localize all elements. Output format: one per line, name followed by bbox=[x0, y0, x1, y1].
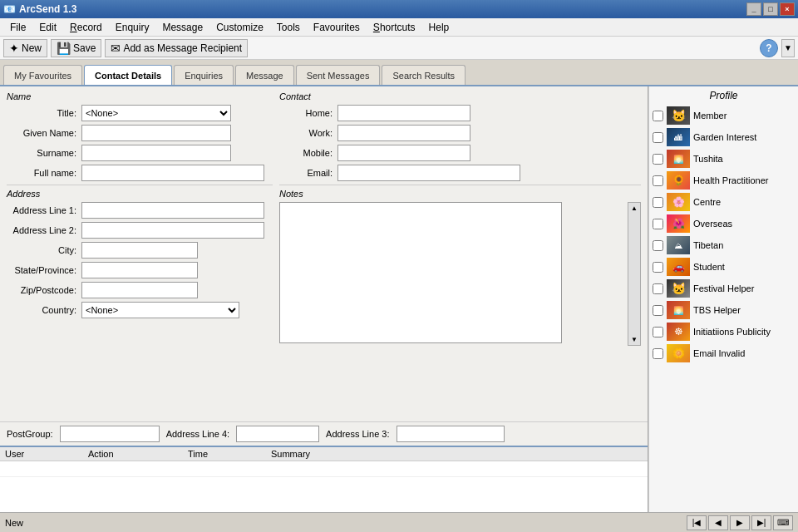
tab-sent-messages[interactable]: Sent Messages bbox=[296, 65, 381, 85]
new-button[interactable]: ✦ New bbox=[3, 39, 47, 57]
profile-checkbox-health[interactable] bbox=[653, 175, 663, 186]
status-text: New bbox=[5, 518, 23, 528]
surname-label: Surname: bbox=[7, 148, 81, 158]
menu-record[interactable]: Record bbox=[63, 20, 109, 35]
home-input[interactable] bbox=[337, 105, 470, 121]
given-name-group: Given Name: bbox=[7, 125, 273, 141]
given-name-input[interactable] bbox=[81, 125, 231, 141]
profile-checkbox-festival[interactable] bbox=[653, 283, 663, 294]
address4-input[interactable] bbox=[236, 426, 319, 442]
notes-scroll-down[interactable]: ▼ bbox=[629, 334, 639, 345]
title-select[interactable]: <None> Mr Mrs Ms Dr bbox=[81, 105, 231, 121]
left-panel: Name Title: <None> Mr Mrs Ms Dr Given Na… bbox=[0, 86, 648, 512]
menu-message[interactable]: Message bbox=[155, 20, 209, 35]
menu-tools[interactable]: Tools bbox=[270, 20, 307, 35]
menu-favourites[interactable]: Favourites bbox=[307, 20, 367, 35]
address4-label: Address Line 4: bbox=[166, 429, 229, 439]
zip-group: Zip/Postcode: bbox=[7, 282, 273, 298]
mobile-label: Mobile: bbox=[279, 148, 337, 158]
profile-checkbox-email-invalid[interactable] bbox=[653, 348, 663, 359]
nav-extra-button[interactable]: ⌨ bbox=[773, 515, 793, 530]
menu-file[interactable]: File bbox=[3, 20, 32, 35]
menu-edit[interactable]: Edit bbox=[32, 20, 63, 35]
profile-thumb-festival: 🐱 bbox=[667, 279, 690, 298]
profile-checkbox-member[interactable] bbox=[653, 111, 663, 121]
maximize-button[interactable]: □ bbox=[763, 2, 778, 16]
email-input[interactable] bbox=[337, 165, 520, 181]
surname-input[interactable] bbox=[81, 145, 231, 161]
notes-textarea[interactable] bbox=[279, 202, 562, 343]
mobile-input[interactable] bbox=[337, 145, 470, 161]
nav-next-button[interactable]: ▶ bbox=[730, 515, 750, 530]
profile-checkbox-student[interactable] bbox=[653, 262, 663, 273]
title-bar-controls[interactable]: _ □ × bbox=[746, 2, 795, 16]
country-select[interactable]: <None> Australia United States United Ki… bbox=[81, 302, 239, 318]
address1-input[interactable] bbox=[81, 202, 264, 219]
profile-checkbox-overseas[interactable] bbox=[653, 219, 663, 229]
save-icon: 💾 bbox=[57, 42, 71, 55]
save-button[interactable]: 💾 Save bbox=[51, 39, 101, 57]
col-user: User bbox=[0, 447, 83, 461]
close-button[interactable]: × bbox=[780, 2, 795, 16]
notes-scroll-up[interactable]: ▲ bbox=[629, 203, 639, 214]
add-recipient-button[interactable]: ✉ Add as Message Recipient bbox=[105, 39, 248, 57]
profile-label-tushita: Tushita bbox=[693, 154, 723, 164]
address2-input[interactable] bbox=[81, 222, 264, 239]
menu-customize[interactable]: Customize bbox=[209, 20, 270, 35]
profile-item-member: 🐱 Member bbox=[653, 106, 795, 125]
profile-item-student: 🚗 Student bbox=[653, 258, 795, 276]
full-name-input[interactable] bbox=[81, 165, 264, 181]
menu-enquiry[interactable]: Enquiry bbox=[109, 20, 156, 35]
app-title: ArcSend 1.3 bbox=[19, 3, 76, 15]
full-name-group: Full name: bbox=[7, 165, 273, 181]
title-group: Title: <None> Mr Mrs Ms Dr bbox=[7, 105, 273, 121]
work-input[interactable] bbox=[337, 125, 470, 141]
country-group: Country: <None> Australia United States … bbox=[7, 302, 273, 318]
tab-enquiries[interactable]: Enquiries bbox=[174, 65, 234, 85]
tab-search-results[interactable]: Search Results bbox=[382, 65, 466, 85]
full-name-label: Full name: bbox=[7, 168, 81, 178]
profile-item-tushita: 🌅 Tushita bbox=[653, 150, 795, 168]
menu-help[interactable]: Help bbox=[422, 20, 456, 35]
profile-checkbox-tibetan[interactable] bbox=[653, 240, 663, 251]
profile-label-member: Member bbox=[693, 111, 727, 121]
profile-thumb-member: 🐱 bbox=[667, 106, 690, 125]
zip-input[interactable] bbox=[81, 282, 198, 298]
address3-input[interactable] bbox=[397, 426, 505, 442]
profile-checkbox-tbs[interactable] bbox=[653, 305, 663, 316]
col-action: Action bbox=[83, 447, 183, 461]
audit-table-header: User Action Time Summary bbox=[0, 447, 648, 461]
city-input[interactable] bbox=[81, 242, 198, 259]
profile-label-centre: Centre bbox=[693, 197, 721, 207]
title-label: Title: bbox=[7, 108, 81, 118]
profile-label-tbs: TBS Helper bbox=[693, 305, 741, 315]
profile-item-festival: 🐱 Festival Helper bbox=[653, 279, 795, 298]
tab-message[interactable]: Message bbox=[235, 65, 294, 85]
form-area: Name Title: <None> Mr Mrs Ms Dr Given Na… bbox=[0, 86, 648, 421]
minimize-button[interactable]: _ bbox=[746, 2, 761, 16]
postgroup-label: PostGroup: bbox=[7, 429, 53, 439]
new-icon: ✦ bbox=[9, 42, 19, 55]
profile-thumb-overseas: 🌺 bbox=[667, 214, 690, 233]
postgroup-input[interactable] bbox=[60, 426, 160, 442]
dropdown-arrow-button[interactable]: ▼ bbox=[781, 39, 795, 57]
profile-item-overseas: 🌺 Overseas bbox=[653, 214, 795, 233]
profile-checkbox-initiations[interactable] bbox=[653, 327, 663, 337]
profile-checkbox-garden[interactable] bbox=[653, 132, 663, 143]
nav-first-button[interactable]: |◀ bbox=[687, 515, 707, 530]
state-input[interactable] bbox=[81, 262, 198, 278]
contact-section-header: Contact bbox=[279, 91, 641, 101]
tab-contact-details[interactable]: Contact Details bbox=[84, 65, 172, 85]
nav-prev-button[interactable]: ◀ bbox=[708, 515, 728, 530]
profile-label-festival: Festival Helper bbox=[693, 283, 754, 293]
profile-checkbox-tushita[interactable] bbox=[653, 154, 663, 165]
help-button[interactable]: ? bbox=[760, 39, 778, 57]
app-icon: 📧 bbox=[3, 3, 16, 15]
tab-my-favourites[interactable]: My Favourites bbox=[3, 65, 82, 85]
col-time: Time bbox=[183, 447, 266, 461]
profile-label-overseas: Overseas bbox=[693, 219, 732, 229]
menu-shortcuts[interactable]: Shortcuts bbox=[367, 20, 422, 35]
nav-last-button[interactable]: ▶| bbox=[751, 515, 771, 530]
home-label: Home: bbox=[279, 108, 337, 118]
profile-checkbox-centre[interactable] bbox=[653, 197, 663, 208]
